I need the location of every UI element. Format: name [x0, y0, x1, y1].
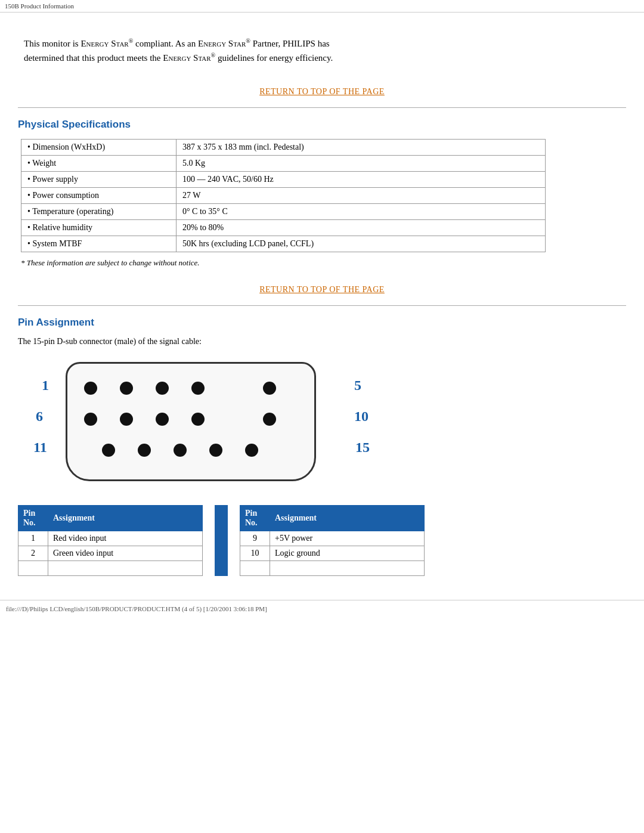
- pin-assignment-empty: [270, 561, 425, 576]
- specs-row: • Temperature (operating)0° C to 35° C: [21, 204, 546, 220]
- pin-number: 2: [18, 546, 48, 561]
- physical-specs-heading: Physical Specifications: [18, 119, 626, 131]
- specs-label: • Weight: [21, 156, 177, 172]
- energy-star-brand-1: Energy Star: [80, 39, 128, 48]
- specs-row: • Power supply100 — 240 VAC, 50/60 Hz: [21, 172, 546, 188]
- pin-label-15: 15: [355, 439, 370, 456]
- energy-star-brand-2: Energy Star: [198, 39, 246, 48]
- pin-table-row: 10Logic ground: [240, 546, 425, 561]
- pin-table-left-header-no: PinNo.: [18, 506, 48, 531]
- pin-number: 10: [240, 546, 270, 561]
- specs-label: • System MTBF: [21, 236, 177, 252]
- pin-assignment: Green video input: [48, 546, 203, 561]
- pin-dot-r3c3: [174, 444, 187, 457]
- pin-label-11: 11: [33, 439, 47, 456]
- pin-label-6: 6: [36, 408, 43, 425]
- pin-label-5: 5: [354, 377, 361, 394]
- return-to-top-link-2[interactable]: RETURN TO TOP OF THE PAGE: [259, 285, 385, 294]
- pin-table-left-header-assignment: Assignment: [48, 506, 203, 531]
- pin-label-1: 1: [42, 377, 49, 394]
- pin-table-right-header-assignment: Assignment: [270, 506, 425, 531]
- specs-label: • Dimension (WxHxD): [21, 140, 177, 156]
- specs-value: 5.0 Kg: [177, 156, 546, 172]
- pin-dot-r3c1: [102, 444, 115, 457]
- pin-dot-r3c2: [138, 444, 151, 457]
- pin-dot-r2c4: [191, 413, 205, 426]
- pin-assignment-empty: [48, 561, 203, 576]
- pin-number-empty: [240, 561, 270, 576]
- specs-value: 20% to 80%: [177, 220, 546, 236]
- pin-assignment: +5V power: [270, 531, 425, 546]
- physical-specs-section: Physical Specifications • Dimension (WxH…: [18, 119, 626, 268]
- specs-row: • System MTBF50K hrs (excluding LCD pane…: [21, 236, 546, 252]
- page-title: 150B Product Information: [5, 2, 74, 10]
- pin-table-row: 2Green video input: [18, 546, 203, 561]
- pin-dot-r1c1: [84, 382, 97, 395]
- pin-dot-r2c5: [263, 413, 276, 426]
- browser-title-bar: 150B Product Information: [0, 0, 644, 13]
- pin-assignment: Red video input: [48, 531, 203, 546]
- specs-label: • Power supply: [21, 172, 177, 188]
- pin-dot-r3c5: [245, 444, 258, 457]
- pin-table-empty-row: [18, 561, 203, 576]
- return-link-container-1: RETURN TO TOP OF THE PAGE: [18, 76, 626, 103]
- pin-number-empty: [18, 561, 48, 576]
- pin-dot-r1c2: [120, 382, 133, 395]
- pin-table-row: 1Red video input: [18, 531, 203, 546]
- pin-assignment-section: Pin Assignment The 15-pin D-sub connecto…: [18, 317, 626, 576]
- specs-row: • Relative humidity20% to 80%: [21, 220, 546, 236]
- registered-mark-2: ®: [246, 38, 250, 44]
- specs-note: * These information are subject to chang…: [21, 258, 623, 268]
- pin-table-right-header-no: PinNo.: [240, 506, 270, 531]
- pin-assignment: Logic ground: [270, 546, 425, 561]
- specs-value: 0° C to 35° C: [177, 204, 546, 220]
- specs-row: • Dimension (WxHxD)387 x 375 x 183 mm (i…: [21, 140, 546, 156]
- pin-table-row: 9+5V power: [240, 531, 425, 546]
- return-link-container-2: RETURN TO TOP OF THE PAGE: [18, 274, 626, 301]
- specs-label: • Temperature (operating): [21, 204, 177, 220]
- divider-2: [18, 305, 626, 306]
- pin-dot-r1c4: [191, 382, 205, 395]
- blue-spacer: [215, 505, 228, 576]
- divider-1: [18, 107, 626, 108]
- specs-value: 387 x 375 x 183 mm (incl. Pedestal): [177, 140, 546, 156]
- pin-dot-r3c4: [209, 444, 222, 457]
- pin-tables-container: PinNo. Assignment 1Red video input2Green…: [18, 505, 626, 576]
- pin-table-right: PinNo. Assignment 9+5V power10Logic grou…: [240, 505, 425, 576]
- pin-dot-r1c3: [156, 382, 169, 395]
- pin-dot-r1c5: [263, 382, 276, 395]
- dsub-description: The 15-pin D-sub connector (male) of the…: [18, 337, 626, 346]
- dsub-connector-body: [66, 362, 316, 481]
- pin-dot-r2c1: [84, 413, 97, 426]
- pin-assignment-heading: Pin Assignment: [18, 317, 626, 329]
- pin-label-10: 10: [354, 408, 369, 425]
- specs-row: • Power consumption27 W: [21, 188, 546, 204]
- pin-table-left: PinNo. Assignment 1Red video input2Green…: [18, 505, 203, 576]
- specs-value: 50K hrs (excluding LCD panel, CCFL): [177, 236, 546, 252]
- return-to-top-link-1[interactable]: RETURN TO TOP OF THE PAGE: [259, 87, 385, 96]
- energy-star-paragraph: This monitor is Energy Star® compliant. …: [24, 36, 620, 65]
- pin-dot-r2c2: [120, 413, 133, 426]
- footer-bar: file:///D|/Philips LCD/english/150B/PROD…: [0, 600, 644, 617]
- specs-value: 27 W: [177, 188, 546, 204]
- specs-label: • Power consumption: [21, 188, 177, 204]
- specs-value: 100 — 240 VAC, 50/60 Hz: [177, 172, 546, 188]
- pin-number: 1: [18, 531, 48, 546]
- energy-star-brand-3: Energy Star: [163, 53, 210, 63]
- energy-star-section: This monitor is Energy Star® compliant. …: [18, 24, 626, 76]
- pin-dot-r2c3: [156, 413, 169, 426]
- specs-label: • Relative humidity: [21, 220, 177, 236]
- dsub-diagram: 1 6 11 5 10 15: [30, 356, 364, 493]
- pin-number: 9: [240, 531, 270, 546]
- pin-table-empty-row: [240, 561, 425, 576]
- registered-mark-1: ®: [129, 38, 134, 44]
- specs-table: • Dimension (WxHxD)387 x 375 x 183 mm (i…: [21, 139, 546, 252]
- specs-row: • Weight5.0 Kg: [21, 156, 546, 172]
- footer-text: file:///D|/Philips LCD/english/150B/PROD…: [6, 605, 267, 612]
- registered-mark-3: ®: [211, 52, 216, 58]
